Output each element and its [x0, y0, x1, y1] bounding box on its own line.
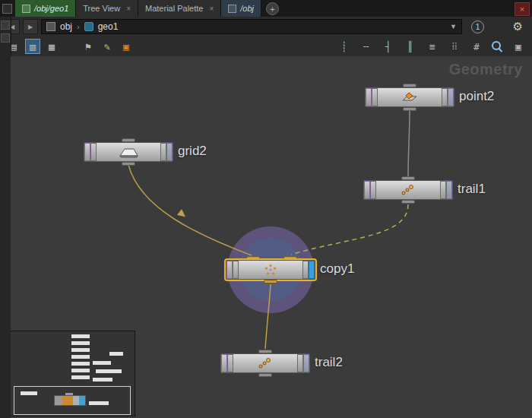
pane-layout-icon[interactable]: [2, 4, 12, 14]
output-connector[interactable]: [264, 280, 277, 283]
align-vertical-icon[interactable]: ║: [403, 39, 418, 54]
minimap-selected-node: [54, 395, 86, 406]
node-trail1[interactable]: trail1: [363, 176, 453, 204]
minimap-node-icon: [62, 396, 73, 405]
template-flag[interactable]: [302, 261, 309, 279]
breadcrumb-separator: ›: [77, 22, 80, 31]
wire-point2-trail1[interactable]: [408, 110, 410, 177]
node-body[interactable]: [220, 353, 310, 373]
trail-sop-icon: [376, 181, 440, 199]
wire-shape-icon[interactable]: ┊: [337, 39, 352, 54]
output-connector[interactable]: [401, 200, 415, 204]
tab-obj-geo1[interactable]: /obj/geo1: [15, 0, 76, 17]
node-point2[interactable]: point2: [365, 84, 454, 111]
display-flag[interactable]: [166, 143, 173, 161]
close-window-button[interactable]: ×: [515, 2, 530, 16]
left-taskbar-button[interactable]: [1, 21, 10, 30]
template-flag[interactable]: [160, 143, 166, 161]
tab-obj[interactable]: /obj: [221, 0, 261, 17]
lock-flag[interactable]: [90, 143, 97, 161]
minimap-node-bar: [71, 355, 90, 359]
network-canvas[interactable]: Geometry: [11, 56, 532, 418]
shelf-icon[interactable]: ▣: [119, 39, 134, 54]
close-tab-icon[interactable]: ×: [126, 5, 131, 13]
tab-tree-view[interactable]: Tree View ×: [76, 0, 138, 17]
wire-grid2-copy1[interactable]: [128, 165, 252, 255]
breadcrumb-root[interactable]: obj: [60, 21, 72, 32]
node-trail2[interactable]: trail2: [220, 350, 310, 377]
point-sop-icon: [378, 88, 442, 106]
snap-grid-icon[interactable]: #: [469, 39, 484, 54]
bypass-flag[interactable]: [221, 354, 227, 372]
node-label: trail1: [458, 182, 486, 197]
node-label: copy1: [320, 261, 354, 277]
tab-bar: /obj/geo1 Tree View × Material Palette ×…: [0, 0, 532, 17]
lock-flag[interactable]: [227, 354, 233, 372]
new-tab-button[interactable]: +: [266, 2, 279, 15]
forward-button[interactable]: ▶: [23, 19, 38, 34]
layout-stack-icon[interactable]: ≡: [425, 39, 440, 54]
wire-trail1-copy1-dashed[interactable]: [291, 204, 408, 255]
template-flag[interactable]: [440, 181, 446, 199]
parameter-view-icon[interactable]: ▥: [25, 39, 40, 54]
template-flag[interactable]: [297, 354, 303, 372]
tab-label: Material Palette: [145, 4, 203, 13]
left-taskbar: [0, 17, 11, 418]
left-taskbar-button[interactable]: [1, 33, 10, 43]
output-connector[interactable]: [258, 373, 272, 377]
gear-icon[interactable]: ⚙: [513, 20, 523, 33]
node-grid2[interactable]: grid2: [84, 138, 173, 166]
overview-toggle-icon[interactable]: ▣: [511, 39, 526, 54]
bypass-flag[interactable]: [364, 181, 370, 199]
network-overview-minimap[interactable]: [11, 331, 135, 416]
minimap-node-bar: [71, 341, 90, 345]
display-flag[interactable]: [446, 181, 452, 199]
bypass-flag[interactable]: [84, 143, 90, 161]
display-flag[interactable]: [448, 88, 454, 106]
tab-label: Tree View: [83, 4, 120, 13]
lock-flag[interactable]: [372, 88, 378, 106]
zoom-icon[interactable]: [491, 40, 504, 53]
tab-label: /obj: [240, 4, 254, 13]
toolbar-right-group: ┊ ╌ ┤ ║ ≡ ⁞⁞ # ▣: [337, 39, 526, 54]
lock-flag[interactable]: [233, 261, 239, 279]
grid-view-icon[interactable]: ▦: [44, 39, 59, 54]
minimap-node-bar: [71, 348, 90, 352]
flags-icon[interactable]: ⚑: [81, 39, 96, 54]
grid-sop-icon: [97, 143, 160, 161]
minimap-node-flags: [73, 396, 79, 405]
output-connector[interactable]: [403, 107, 416, 111]
network-tab-icon: [228, 5, 236, 13]
minimap-viewport[interactable]: [14, 386, 131, 415]
node-body[interactable]: [363, 180, 453, 200]
node-copy1[interactable]: copy1: [226, 256, 315, 283]
dots-grid-icon[interactable]: ⁞⁞: [447, 39, 462, 54]
instance-count-badge[interactable]: 1: [471, 21, 484, 33]
node-body[interactable]: [226, 260, 315, 280]
tab-material-palette[interactable]: Material Palette ×: [138, 0, 221, 17]
lock-flag[interactable]: [370, 181, 376, 199]
edit-pencil-icon[interactable]: ✎: [100, 39, 115, 54]
display-flag[interactable]: [303, 354, 309, 372]
template-flag[interactable]: [442, 88, 448, 106]
output-connector[interactable]: [122, 162, 135, 166]
display-flag[interactable]: [309, 261, 315, 279]
minimap-node-connector: [65, 393, 73, 395]
navigation-bar: ◀ ▶ obj › geo1 ▼ 1 ⚙: [0, 17, 532, 37]
align-left-icon[interactable]: ┤: [381, 39, 396, 54]
path-breadcrumb[interactable]: obj › geo1 ▼: [41, 19, 462, 34]
minimap-node-bar: [21, 391, 37, 395]
minimap-node-bar: [71, 369, 90, 372]
bypass-flag[interactable]: [226, 261, 233, 279]
breadcrumb-current[interactable]: geo1: [98, 21, 119, 32]
node-body[interactable]: [84, 142, 173, 162]
network-tab-icon: [22, 5, 30, 13]
copy-sop-icon: [239, 261, 302, 279]
wire-dash-icon[interactable]: ╌: [359, 39, 374, 54]
minimap-node-bar: [71, 362, 90, 366]
path-dropdown-icon[interactable]: ▼: [450, 23, 457, 30]
bypass-flag[interactable]: [366, 88, 372, 106]
close-tab-icon[interactable]: ×: [209, 5, 214, 13]
node-label: grid2: [178, 144, 207, 159]
node-body[interactable]: [365, 87, 454, 107]
